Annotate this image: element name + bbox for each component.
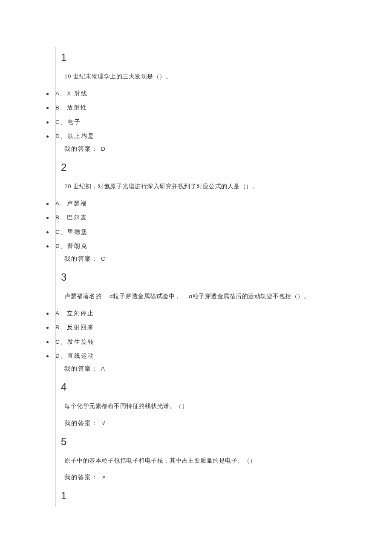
option-text: 卢瑟福 <box>67 200 87 207</box>
option-text: 普朗克 <box>67 243 88 249</box>
option-row: C、电子 <box>46 115 337 129</box>
answer-label: 我的答案： <box>64 146 98 152</box>
option-row: B、放射性 <box>46 101 337 115</box>
option-row: B、反射回来 <box>46 320 337 335</box>
option-text: 立刻停止 <box>67 310 94 316</box>
bullet-icon <box>46 217 49 219</box>
option-row: D、普朗克 <box>46 239 337 253</box>
option-letter: A、 <box>55 310 66 316</box>
option-text: X 射线 <box>67 90 88 97</box>
option-text: 反射回来 <box>67 324 94 331</box>
question-number: 4 <box>56 377 337 397</box>
answer-symbol-cross-icon: × <box>102 473 107 480</box>
bullet-icon <box>46 341 49 343</box>
option-text: 电子 <box>67 119 81 125</box>
option-letter: D、 <box>55 133 66 139</box>
answer-line: 我的答案：√ <box>56 417 337 430</box>
option-row: C、发生旋转 <box>46 335 337 349</box>
option-letter: C、 <box>55 119 66 125</box>
option-row: A、立刻停止 <box>46 306 337 321</box>
option-row: D、直线运动 <box>46 349 337 363</box>
question-number: 5 <box>56 431 337 451</box>
option-letter: C、 <box>55 339 66 345</box>
bullet-icon <box>46 107 49 109</box>
answer-value: C <box>101 256 106 262</box>
option-letter: B、 <box>55 324 66 331</box>
question-number: 3 <box>56 267 337 287</box>
option-row: A、X 射线 <box>46 86 337 101</box>
answer-symbol-check-icon: √ <box>102 419 106 426</box>
option-letter: A、 <box>55 200 66 207</box>
question-number: 2 <box>56 157 337 177</box>
question-block: 4 每个化学元素都有不同特征的线状光谱。（） 我的答案：√ <box>56 377 337 431</box>
bullet-icon <box>46 93 49 95</box>
quiz-container: 1 19 世纪末物理学上的三大发现是（）。 A、X 射线 B、放射性 C、电子 … <box>55 47 337 507</box>
option-row: D、以上均是 <box>46 129 337 144</box>
option-text: 里德堡 <box>67 229 88 235</box>
question-block: 3 卢瑟福著名的 α粒子穿透金属箔试验中， α粒子穿透金属箔后的运动轨迹不包括（… <box>56 267 337 377</box>
option-text: 发生旋转 <box>67 339 95 345</box>
option-row: C、里德堡 <box>46 225 337 239</box>
bullet-icon <box>46 121 49 124</box>
question-prompt: 每个化学元素都有不同特征的线状光谱。（） <box>56 397 337 416</box>
option-text: 放射性 <box>67 104 87 111</box>
option-letter: A、 <box>55 90 66 97</box>
bullet-icon <box>46 313 49 315</box>
question-number: 1 <box>56 486 337 505</box>
bullet-icon <box>46 135 49 138</box>
answer-label: 我的答案： <box>64 474 98 480</box>
answer-value: A <box>101 365 105 372</box>
question-block: 1 <box>56 486 337 507</box>
bullet-icon <box>46 355 49 357</box>
answer-value: D <box>101 146 106 152</box>
question-prompt: 原子中的基本粒子包括电子和电子核，其中占主要质量的是电子。（） <box>56 451 337 471</box>
bullet-icon <box>46 327 49 329</box>
option-text: 以上均是 <box>67 133 95 139</box>
question-number: 1 <box>56 47 337 67</box>
option-letter: B、 <box>55 214 66 221</box>
option-row: A、卢瑟福 <box>46 196 337 211</box>
option-letter: C、 <box>55 229 66 235</box>
answer-label: 我的答案： <box>64 256 98 262</box>
option-letter: D、 <box>55 243 66 249</box>
question-block: 1 19 世纪末物理学上的三大发现是（）。 A、X 射线 B、放射性 C、电子 … <box>56 47 337 157</box>
option-text: 巴尔麦 <box>67 214 87 221</box>
answer-line: 我的答案：A <box>56 363 337 375</box>
bullet-icon <box>46 231 49 233</box>
answer-label: 我的答案： <box>64 420 98 426</box>
bullet-icon <box>46 245 49 247</box>
question-block: 2 20 世纪初，对氢原子光谱进行深入研究并找到了对应公式的人是（）。 A、卢瑟… <box>56 157 337 267</box>
question-block: 5 原子中的基本粒子包括电子和电子核，其中占主要质量的是电子。（） 我的答案：× <box>56 431 337 486</box>
answer-line: 我的答案：C <box>56 253 337 265</box>
question-prompt: 卢瑟福著名的 α粒子穿透金属箔试验中， α粒子穿透金属箔后的运动轨迹不包括（）。 <box>56 287 337 306</box>
answer-label: 我的答案： <box>64 365 98 372</box>
answer-line: 我的答案：D <box>56 144 337 155</box>
bullet-icon <box>46 203 49 205</box>
answer-line: 我的答案：× <box>56 472 337 484</box>
option-letter: D、 <box>55 353 66 359</box>
question-prompt: 19 世纪末物理学上的三大发现是（）。 <box>56 67 337 86</box>
question-prompt: 20 世纪初，对氢原子光谱进行深入研究并找到了对应公式的人是（）。 <box>56 177 337 196</box>
option-text: 直线运动 <box>67 353 95 359</box>
option-letter: B、 <box>55 104 66 111</box>
option-row: B、巴尔麦 <box>46 210 337 225</box>
